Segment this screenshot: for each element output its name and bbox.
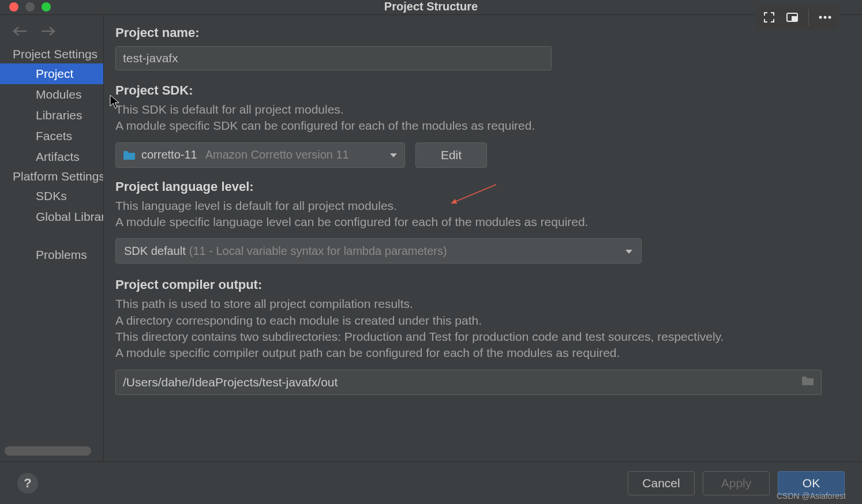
language-level-desc-2: A module specific language level can be … (115, 214, 850, 230)
project-sdk-desc-1: This SDK is default for all project modu… (115, 101, 850, 118)
window-title: Project Structure (384, 0, 478, 13)
compiler-output-desc-3: This directory contains two subdirectori… (115, 329, 850, 345)
svg-rect-1 (792, 17, 796, 20)
project-name-input[interactable] (115, 46, 552, 70)
compiler-output-desc-4: A module specific compiler output path c… (115, 345, 850, 361)
svg-point-2 (819, 16, 822, 19)
project-sdk-select[interactable]: corretto-11 Amazon Corretto version 11 (115, 142, 405, 168)
sidebar-item-global-libraries[interactable]: Global Libraries (0, 206, 103, 227)
close-window-button[interactable] (9, 2, 18, 12)
browse-folder-icon[interactable] (801, 375, 814, 389)
compiler-output-desc-1: This path is used to store all project c… (115, 296, 850, 312)
language-level-secondary: (11 - Local variable syntax for lambda p… (189, 245, 447, 258)
picture-in-picture-icon[interactable] (785, 10, 799, 24)
sidebar-item-project[interactable]: Project (0, 63, 103, 84)
sidebar-item-modules[interactable]: Modules (0, 84, 103, 105)
traffic-lights (9, 2, 51, 12)
horizontal-scrollbar[interactable] (5, 446, 91, 456)
sidebar-heading-platform-settings: Platform Settings (0, 167, 103, 186)
edit-sdk-button[interactable]: Edit (415, 142, 487, 168)
fullscreen-icon[interactable] (762, 10, 776, 24)
project-sdk-desc-2: A module specific SDK can be configured … (115, 118, 850, 134)
chevron-down-icon (389, 148, 398, 161)
svg-point-4 (829, 16, 831, 19)
sidebar: Project Settings Project Modules Librari… (0, 15, 104, 461)
folder-icon (123, 150, 136, 160)
toolbar-separator (808, 9, 809, 25)
compiler-output-field[interactable]: /Users/dahe/IdeaProjects/test-javafx/out (115, 370, 822, 395)
cancel-button[interactable]: Cancel (628, 471, 695, 495)
overlay-toolbar (755, 5, 839, 30)
watermark: CSDN @Asiaforest (777, 491, 846, 501)
language-level-label: Project language level: (115, 179, 850, 194)
project-sdk-label: Project SDK: (115, 83, 850, 98)
help-button[interactable]: ? (17, 473, 38, 494)
project-name-label: Project name: (115, 25, 850, 40)
sidebar-item-problems[interactable]: Problems (0, 245, 103, 265)
svg-point-3 (824, 16, 827, 19)
language-level-select[interactable]: SDK default (11 - Local variable syntax … (115, 238, 642, 264)
forward-button[interactable] (40, 25, 57, 37)
compiler-output-path: /Users/dahe/IdeaProjects/test-javafx/out (123, 375, 801, 389)
sidebar-heading-project-settings: Project Settings (0, 45, 103, 63)
back-button[interactable] (12, 25, 28, 37)
sdk-name: corretto-11 (141, 148, 197, 161)
language-level-primary: SDK default (124, 245, 186, 258)
apply-button[interactable]: Apply (703, 471, 770, 495)
sidebar-item-facets[interactable]: Facets (0, 126, 103, 146)
sidebar-item-libraries[interactable]: Libraries (0, 105, 103, 126)
content-panel: Project name: Project SDK: This SDK is d… (104, 15, 862, 461)
sdk-version: Amazon Corretto version 11 (205, 148, 384, 161)
compiler-output-label: Project compiler output: (115, 277, 850, 292)
minimize-window-button[interactable] (25, 2, 35, 12)
titlebar: Project Structure (0, 0, 862, 15)
footer: ? Cancel Apply OK (0, 461, 862, 504)
sidebar-item-artifacts[interactable]: Artifacts (0, 146, 103, 167)
chevron-down-icon (625, 245, 633, 258)
more-icon[interactable] (818, 15, 832, 20)
compiler-output-desc-2: A directory corresponding to each module… (115, 313, 850, 329)
language-level-desc-1: This language level is default for all p… (115, 198, 850, 214)
zoom-window-button[interactable] (42, 2, 51, 12)
sidebar-item-sdks[interactable]: SDKs (0, 186, 103, 206)
